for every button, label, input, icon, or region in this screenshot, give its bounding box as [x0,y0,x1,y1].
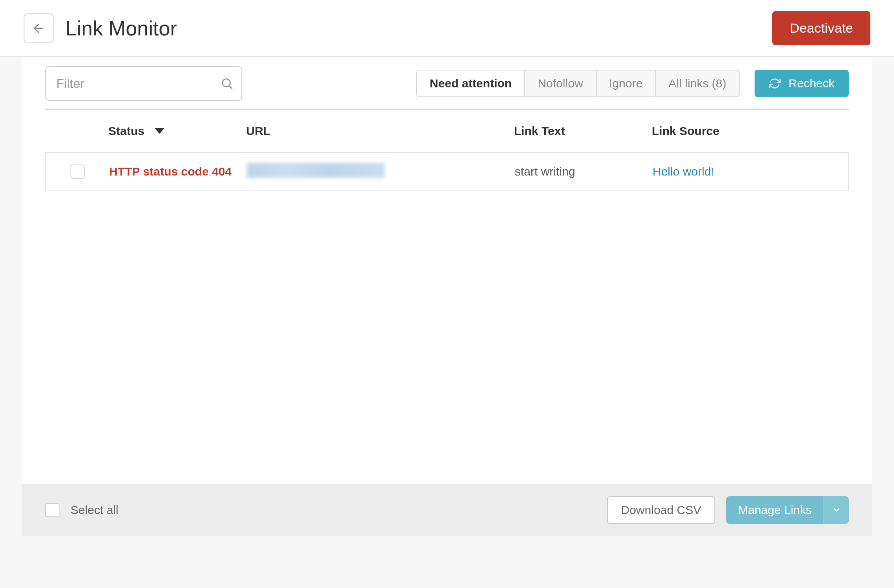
manage-links-button[interactable]: Manage Links [726,496,824,524]
arrow-left-icon [32,21,46,35]
th-url[interactable]: URL [246,124,514,138]
footer-right: Download CSV Manage Links [607,496,849,524]
svg-line-2 [230,86,232,89]
back-button[interactable] [24,13,54,43]
refresh-icon [769,78,781,89]
table: Status URL Link Text Link Source HTTP st… [22,109,872,191]
table-header: Status URL Link Text Link Source [45,109,849,152]
page-title: Link Monitor [65,17,177,40]
th-link-text[interactable]: Link Text [514,124,652,138]
row-status: HTTP status code 404 [109,165,247,178]
row-checkbox[interactable] [70,165,85,179]
filter-wrap [45,66,242,101]
th-link-source[interactable]: Link Source [652,124,849,138]
row-link-source[interactable]: Hello world! [653,165,848,178]
row-checkbox-cell [46,165,109,179]
manage-links-dropdown-toggle[interactable] [824,496,849,524]
download-csv-button[interactable]: Download CSV [607,496,715,524]
toolbar-right: Need attention Nofollow Ignore All links… [416,70,849,97]
tab-need-attention[interactable]: Need attention [417,70,525,96]
main-panel: Need attention Nofollow Ignore All links… [22,57,872,536]
recheck-label: Recheck [788,77,835,90]
footer-left: Select all [45,503,119,517]
sort-desc-icon [155,128,164,134]
tab-all-links[interactable]: All links (8) [656,70,739,96]
search-icon [220,77,234,90]
toolbar: Need attention Nofollow Ignore All links… [22,57,872,109]
select-all-label: Select all [70,503,119,517]
tab-ignore[interactable]: Ignore [597,70,656,96]
filter-input[interactable] [45,66,242,101]
table-row: HTTP status code 404 start writing Hello… [45,152,849,191]
blurred-url-icon [247,163,385,178]
chevron-down-icon [832,506,841,514]
tab-group: Need attention Nofollow Ignore All links… [416,70,740,97]
select-all-checkbox[interactable] [45,503,59,517]
footer-bar: Select all Download CSV Manage Links [22,484,872,536]
recheck-button[interactable]: Recheck [755,70,849,97]
th-status-label: Status [108,124,145,138]
th-status[interactable]: Status [108,124,246,138]
manage-links-group: Manage Links [726,496,849,524]
tab-nofollow[interactable]: Nofollow [525,70,596,96]
svg-point-1 [223,79,230,87]
deactivate-button[interactable]: Deactivate [772,11,870,45]
header-bar: Link Monitor Deactivate [0,0,894,57]
row-url[interactable] [247,163,515,181]
row-link-text: start writing [515,165,653,178]
header-left: Link Monitor [24,13,177,43]
